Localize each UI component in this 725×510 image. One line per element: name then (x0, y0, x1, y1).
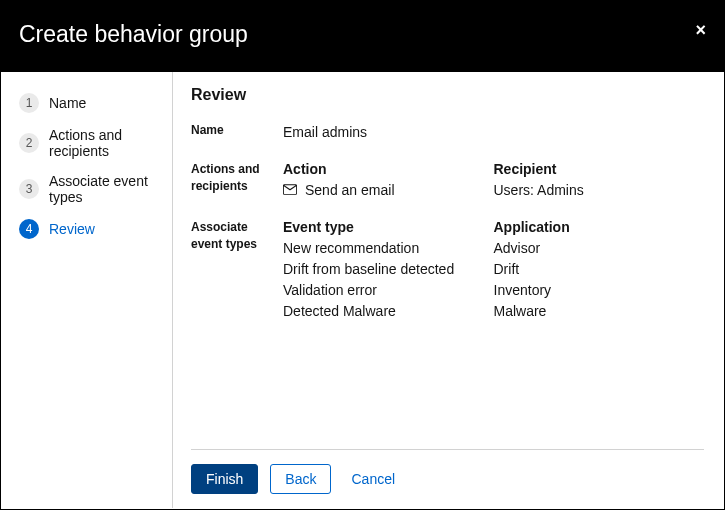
step-number: 2 (19, 133, 39, 153)
step-label: Associate event types (49, 173, 154, 205)
wizard-step-actions[interactable]: 2 Actions and recipients (1, 120, 172, 166)
wizard-footer: Finish Back Cancel (191, 449, 704, 494)
application-value: Inventory (494, 280, 705, 301)
event-type-heading: Event type (283, 219, 494, 235)
wizard-step-associate[interactable]: 3 Associate event types (1, 166, 172, 212)
content-pane: Review Name Email admins Actions and rec… (173, 72, 724, 508)
application-value: Drift (494, 259, 705, 280)
action-column: Action Send an email (283, 161, 494, 201)
action-value: Send an email (305, 180, 395, 201)
event-type-value: New recommendation (283, 238, 494, 259)
review-row-events: Associate event types Event type New rec… (191, 219, 704, 322)
review-row-actions: Actions and recipients Action Send an em… (191, 161, 704, 201)
finish-button[interactable]: Finish (191, 464, 258, 494)
event-type-value: Validation error (283, 280, 494, 301)
wizard-step-review[interactable]: 4 Review (1, 212, 172, 246)
modal-title: Create behavior group (19, 21, 248, 48)
step-number: 3 (19, 179, 39, 199)
step-number: 4 (19, 219, 39, 239)
application-heading: Application (494, 219, 705, 235)
step-label: Review (49, 221, 95, 237)
recipient-heading: Recipient (494, 161, 705, 177)
review-values: Email admins (283, 122, 704, 143)
event-type-value: Detected Malware (283, 301, 494, 322)
wizard-nav: 1 Name 2 Actions and recipients 3 Associ… (1, 72, 173, 508)
review-values: Action Send an email Recipient Users: Ad… (283, 161, 704, 201)
step-number: 1 (19, 93, 39, 113)
cancel-button[interactable]: Cancel (343, 465, 403, 493)
step-label: Name (49, 95, 86, 111)
event-type-value: Drift from baseline detected (283, 259, 494, 280)
application-column: Application Advisor Drift Inventory Malw… (494, 219, 705, 322)
action-heading: Action (283, 161, 494, 177)
back-button[interactable]: Back (270, 464, 331, 494)
modal-body: 1 Name 2 Actions and recipients 3 Associ… (1, 72, 724, 508)
page-title: Review (191, 86, 704, 104)
close-icon[interactable]: × (695, 21, 706, 39)
step-label: Actions and recipients (49, 127, 154, 159)
modal-header: Create behavior group × (1, 1, 724, 72)
envelope-icon (283, 180, 297, 201)
review-label: Actions and recipients (191, 161, 283, 195)
review-row-name: Name Email admins (191, 122, 704, 143)
action-value-row: Send an email (283, 180, 494, 201)
wizard-step-name[interactable]: 1 Name (1, 86, 172, 120)
review-label: Name (191, 122, 283, 139)
recipient-value: Users: Admins (494, 180, 705, 201)
event-type-column: Event type New recommendation Drift from… (283, 219, 494, 322)
application-value: Advisor (494, 238, 705, 259)
review-values: Event type New recommendation Drift from… (283, 219, 704, 322)
review-label: Associate event types (191, 219, 283, 253)
name-value: Email admins (283, 122, 367, 143)
application-value: Malware (494, 301, 705, 322)
recipient-column: Recipient Users: Admins (494, 161, 705, 201)
